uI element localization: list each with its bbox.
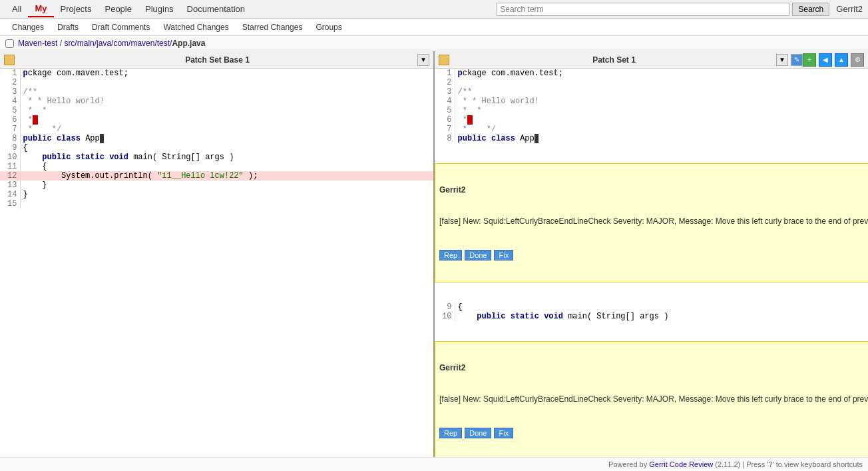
line-number: 5 [435, 106, 455, 115]
table-row: 13 } [0, 181, 433, 190]
right-download-btn[interactable]: ▼ [776, 54, 788, 66]
right-code-table: 1 pckage com.maven.test; 2 3 /** 4 * * H… [435, 69, 868, 466]
right-panel-icons: ▼ ✎ [776, 54, 803, 66]
line-number: 10 [435, 312, 455, 321]
line-number: 8 [435, 134, 455, 143]
comment-actions-1: Rep Done Fix [439, 250, 868, 260]
line-number: 7 [0, 125, 20, 134]
table-row: 15 [0, 199, 433, 209]
line-content: public static void main( String[] args ) [455, 312, 868, 321]
breadcrumb-filename: App.java [172, 39, 205, 48]
left-code-table: 1 pckage com.maven.test; 2 3 /** 4 * * H… [0, 69, 433, 209]
comment-done-btn-2[interactable]: Done [465, 428, 491, 438]
line-content: * * Hello world! [455, 97, 868, 106]
comment-cell: Gerrit2 9:24 AM [false] New: Squid:LeftC… [435, 143, 868, 302]
line-content: public class App [20, 134, 433, 143]
left-panel-icon [4, 55, 15, 65]
line-number: 15 [0, 199, 20, 209]
nav-documentation[interactable]: Documentation [180, 1, 252, 17]
line-content: * * Hello world! [20, 97, 433, 106]
comment-author-1: Gerrit2 [439, 185, 465, 195]
left-download-btn[interactable]: ▼ [417, 54, 429, 66]
comment-cell-2: Gerrit2 9:24 AM [false] New: Squid:LeftC… [435, 321, 868, 466]
comment-body-1: [false] New: Squid:LeftCurlyBraceEndLine… [439, 216, 868, 227]
comment-header-2: Gerrit2 9:24 AM [439, 363, 868, 372]
comment-box-1: Gerrit2 9:24 AM [false] New: Squid:LeftC… [435, 163, 868, 282]
right-edit-btn[interactable]: ✎ [791, 54, 803, 66]
footer-text: Powered by [608, 460, 647, 466]
nav-watched-changes[interactable]: Watched Changes [156, 20, 235, 35]
diff-container: Patch Set Base 1 ▼ 1 pckage com.maven.te… [0, 51, 868, 466]
table-row: 2 [0, 78, 433, 87]
footer-link[interactable]: Gerrit Code Review [649, 460, 713, 466]
footer-version: (2.11.2) [715, 460, 740, 466]
table-row: 14 } [0, 190, 433, 199]
comment-header-1: Gerrit2 9:24 AM [439, 185, 868, 195]
line-number: 9 [435, 302, 455, 312]
line-content: /** [455, 87, 868, 97]
left-panel-header: Patch Set Base 1 ▼ [0, 51, 433, 69]
comment-box-2: Gerrit2 9:24 AM [false] New: Squid:LeftC… [435, 341, 868, 460]
line-number: 6 [0, 115, 20, 125]
table-row: 10 public static void main( String[] arg… [0, 153, 433, 162]
search-input[interactable] [497, 3, 789, 16]
right-panel-header: Patch Set 1 ▼ ✎ + ◀ ▲ ⚙ [435, 51, 868, 69]
table-row: 5 * * [0, 106, 433, 115]
settings-icon-btn[interactable]: ⚙ [851, 53, 864, 67]
nav-all[interactable]: All [5, 1, 28, 17]
line-content: { [455, 302, 868, 312]
left-patch-set-label: Patch Set Base 1 [17, 55, 417, 65]
line-number: 6 [435, 115, 455, 125]
next-icon-btn[interactable]: ▲ [835, 53, 848, 67]
comment-reply-btn-1[interactable]: Rep [439, 250, 462, 260]
nav-drafts[interactable]: Drafts [51, 20, 85, 35]
comment-fix-btn-2[interactable]: Fix [494, 428, 513, 438]
comment-row-1: Gerrit2 9:24 AM [false] New: Squid:LeftC… [435, 143, 868, 302]
line-content: * * [20, 106, 433, 115]
right-panel-icon [439, 55, 449, 65]
breadcrumb-text: Maven-test / src/main/java/com/maven/tes… [18, 39, 205, 48]
nav-projects[interactable]: Projects [54, 1, 99, 17]
breadcrumb-checkbox[interactable] [5, 39, 14, 48]
table-row: 3 /** [435, 87, 868, 97]
line-content: { [20, 143, 433, 153]
footer-shortcut-hint: Press '?' to view keyboard shortcuts [746, 460, 863, 466]
table-row: 1 pckage com.maven.test; [0, 69, 433, 78]
comment-fix-btn-1[interactable]: Fix [494, 250, 513, 260]
table-row: 1 pckage com.maven.test; [435, 69, 868, 78]
nav-draft-comments[interactable]: Draft Comments [85, 20, 156, 35]
search-button[interactable]: Search [792, 3, 829, 16]
second-nav: Changes Drafts Draft Comments Watched Ch… [0, 19, 868, 36]
line-number: 5 [0, 106, 20, 115]
comment-reply-btn-2[interactable]: Rep [439, 428, 462, 438]
line-content: * [455, 115, 868, 125]
line-number: 9 [0, 143, 20, 153]
table-row: 2 [435, 78, 868, 87]
line-number: 11 [0, 162, 20, 171]
line-content: pckage com.maven.test; [20, 69, 433, 78]
table-row: 8 public class App [435, 134, 868, 143]
nav-groups[interactable]: Groups [309, 20, 348, 35]
nav-changes[interactable]: Changes [5, 20, 51, 35]
comment-row-2: Gerrit2 9:24 AM [false] New: Squid:LeftC… [435, 321, 868, 466]
nav-plugins[interactable]: Plugins [138, 1, 180, 17]
line-number: 1 [0, 69, 20, 78]
nav-starred-changes[interactable]: Starred Changes [236, 20, 310, 35]
prev-icon-btn[interactable]: ◀ [819, 53, 832, 67]
table-row: 6 * [435, 115, 868, 125]
add-icon-btn[interactable]: + [803, 53, 816, 67]
nav-people[interactable]: People [98, 1, 138, 17]
nav-my[interactable]: My [28, 1, 53, 17]
right-panel: Patch Set 1 ▼ ✎ + ◀ ▲ ⚙ 1 pckage com.mav… [435, 51, 868, 466]
line-number: 13 [0, 181, 20, 190]
table-row: 7 * */ [435, 125, 868, 134]
line-content: * */ [455, 125, 868, 134]
breadcrumb-path[interactable]: src/main/java/com/maven/test/ [64, 39, 172, 48]
comment-done-btn-1[interactable]: Done [465, 250, 491, 260]
line-number: 12 [0, 171, 20, 181]
line-number: 3 [0, 87, 20, 97]
table-row: 9 { [435, 302, 868, 312]
table-row: 3 /** [0, 87, 433, 97]
breadcrumb-project[interactable]: Maven-test [18, 39, 57, 48]
search-box: Search [497, 3, 829, 16]
